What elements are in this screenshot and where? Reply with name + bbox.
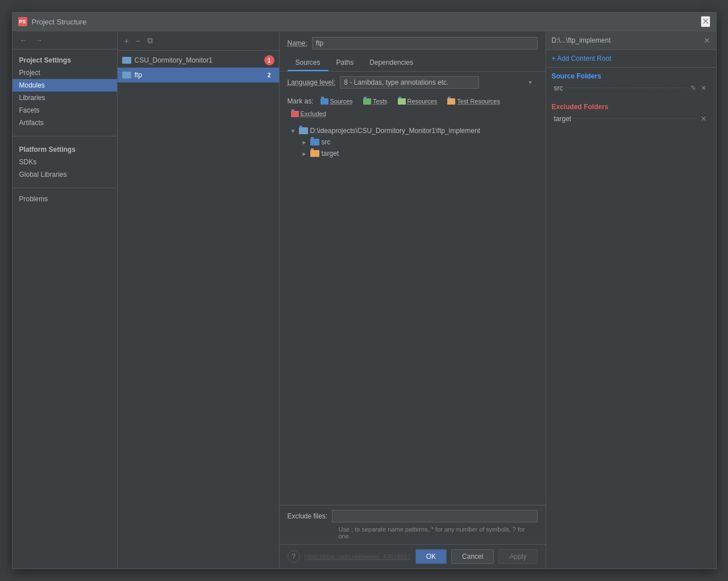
- dotted-line: [565, 88, 687, 88]
- lang-select-wrapper: 1 - JDK 1.12 - JDK 1.23 - JDK 1.34 - JDK…: [340, 76, 537, 89]
- lang-label: Language level:: [288, 78, 336, 86]
- lang-row: Language level: 1 - JDK 1.12 - JDK 1.23 …: [280, 72, 546, 93]
- excluded-folder-name: target: [554, 115, 572, 123]
- help-button[interactable]: ?: [288, 550, 300, 563]
- sidebar-item-sdks[interactable]: SDKs: [13, 156, 117, 168]
- copy-module-button[interactable]: ⧉: [145, 35, 155, 47]
- resources-icon: [398, 98, 406, 105]
- add-content-root-label: + Add Content Root: [552, 55, 611, 63]
- remove-excluded-folder[interactable]: ✕: [699, 114, 708, 123]
- add-content-root-button[interactable]: + Add Content Root: [546, 50, 716, 68]
- app-icon: PS: [18, 17, 27, 26]
- exclude-label: Exclude files:: [288, 512, 328, 520]
- tree-toggle-target: ►: [301, 151, 308, 157]
- sidebar-item-modules[interactable]: Modules: [13, 79, 117, 92]
- name-input[interactable]: [312, 37, 538, 49]
- module-item-ftp[interactable]: ftp 2: [118, 68, 279, 82]
- exclude-input[interactable]: [332, 510, 537, 522]
- source-folders-title: Source Folders: [552, 72, 710, 80]
- title-bar: PS Project Structure ✕: [13, 13, 716, 31]
- mark-test-resources-button[interactable]: Test Resources: [444, 97, 504, 106]
- source-folder-item-src: src ✎ ✕: [552, 82, 710, 94]
- project-settings-title: Project Settings: [13, 54, 117, 67]
- folder-icon-ftp: [122, 72, 131, 78]
- tree-item-src[interactable]: ► src: [299, 136, 538, 148]
- tab-dependencies[interactable]: Dependencies: [361, 55, 421, 71]
- sidebar-nav: ← →: [13, 31, 117, 49]
- remove-source-folder[interactable]: ✕: [699, 84, 708, 93]
- sidebar-item-artifacts[interactable]: Artifacts: [13, 117, 117, 129]
- module-name: CSU_Dormitory_Monitor1: [135, 56, 261, 64]
- right-sidebar-close[interactable]: ✕: [704, 36, 710, 45]
- forward-button[interactable]: →: [32, 35, 45, 45]
- title-bar-left: PS Project Structure: [18, 17, 87, 26]
- tab-paths[interactable]: Paths: [328, 55, 362, 71]
- mark-tests-button[interactable]: Tests: [360, 97, 391, 106]
- dotted-line-2: [573, 118, 696, 119]
- project-structure-dialog: PS Project Structure ✕ ← → Project Setti…: [12, 12, 717, 569]
- ok-button[interactable]: OK: [415, 549, 447, 564]
- sidebar-item-libraries[interactable]: Libraries: [13, 92, 117, 104]
- main-panel: Name: Sources Paths Dependencies Languag…: [280, 31, 546, 568]
- sidebar-item-global-libraries[interactable]: Global Libraries: [13, 168, 117, 181]
- tree-root-item[interactable]: ▼ D:\ideaprojects\CSU_Dormitory_Monitor1…: [288, 125, 538, 136]
- mark-sources-button[interactable]: Sources: [317, 97, 356, 106]
- src-folder-icon: [310, 139, 319, 146]
- sidebar-item-problems[interactable]: Problems: [13, 193, 117, 205]
- language-level-select[interactable]: 1 - JDK 1.12 - JDK 1.23 - JDK 1.34 - JDK…: [340, 76, 479, 89]
- mark-resources-button[interactable]: Resources: [394, 97, 441, 106]
- footer: ? https://blog.csdn.net/weixin_43616817 …: [280, 544, 546, 568]
- cancel-button[interactable]: Cancel: [451, 549, 494, 564]
- test-resources-icon: [447, 98, 455, 105]
- bottom-bar: Exclude files: Use ; to separate name pa…: [280, 505, 546, 544]
- excluded-folders-title: Excluded Folders: [552, 103, 710, 111]
- right-sidebar: D:\...\ftp_implement ✕ + Add Content Roo…: [546, 31, 716, 568]
- excluded-folder-item-target: target ✕: [552, 113, 710, 125]
- add-module-button[interactable]: +: [122, 35, 131, 47]
- platform-settings-title: Platform Settings: [13, 143, 117, 156]
- mark-excluded-button[interactable]: Excluded: [288, 109, 330, 118]
- tree-item-target[interactable]: ► target: [299, 148, 538, 159]
- target-folder-icon: [310, 150, 319, 157]
- footer-url[interactable]: https://blog.csdn.net/weixin_43616817: [305, 553, 411, 560]
- module-badge-ftp: 2: [264, 70, 274, 80]
- excluded-icon: [291, 111, 299, 117]
- tabs-row: Sources Paths Dependencies: [280, 55, 546, 72]
- sidebar-item-project[interactable]: Project: [13, 67, 117, 79]
- excluded-folders-section: Excluded Folders target ✕: [546, 98, 716, 129]
- module-tree: + − ⧉ CSU_Dormitory_Monitor1 1 ftp 2: [118, 31, 280, 568]
- sidebar-divider-2: [13, 188, 117, 188]
- dialog-title: Project Structure: [32, 18, 87, 26]
- name-label: Name:: [288, 39, 307, 47]
- mark-as-row: Mark as: Sources Tests Resources Test Re…: [280, 93, 546, 122]
- platform-settings-section: Platform Settings SDKs Global Libraries: [13, 139, 117, 185]
- hint-text: Use ; to separate name patterns, * for a…: [288, 526, 538, 540]
- module-name-ftp: ftp: [135, 71, 261, 79]
- tab-sources[interactable]: Sources: [288, 55, 328, 71]
- sidebar-divider: [13, 136, 117, 136]
- back-button[interactable]: ←: [17, 35, 30, 45]
- source-folders-section: Source Folders src ✎ ✕: [546, 68, 716, 98]
- target-label: target: [322, 150, 339, 157]
- sidebar: ← → Project Settings Project Modules Lib…: [13, 31, 118, 568]
- tree-root-label: D:\ideaprojects\CSU_Dormitory_Monitor1\f…: [310, 127, 480, 135]
- close-button[interactable]: ✕: [701, 16, 710, 27]
- mark-as-label: Mark as:: [288, 97, 314, 105]
- module-item-csu[interactable]: CSU_Dormitory_Monitor1 1: [118, 53, 279, 68]
- excluded-folder-actions: ✕: [699, 114, 708, 123]
- right-sidebar-title: D:\...\ftp_implement: [552, 36, 611, 44]
- name-row: Name:: [280, 31, 546, 55]
- apply-button[interactable]: Apply: [498, 549, 537, 564]
- sidebar-item-facets[interactable]: Facets: [13, 104, 117, 117]
- sources-icon: [321, 98, 328, 105]
- remove-module-button[interactable]: −: [134, 35, 143, 47]
- src-label: src: [322, 138, 331, 146]
- tests-icon: [363, 98, 371, 105]
- tree-toggle-src: ►: [301, 139, 308, 146]
- source-folder-name: src: [554, 84, 563, 92]
- root-folder-icon: [299, 127, 308, 134]
- edit-source-folder[interactable]: ✎: [689, 84, 698, 93]
- right-sidebar-header: D:\...\ftp_implement ✕: [546, 31, 716, 50]
- module-badge: 1: [264, 55, 274, 65]
- tree-panel: ▼ D:\ideaprojects\CSU_Dormitory_Monitor1…: [280, 122, 546, 505]
